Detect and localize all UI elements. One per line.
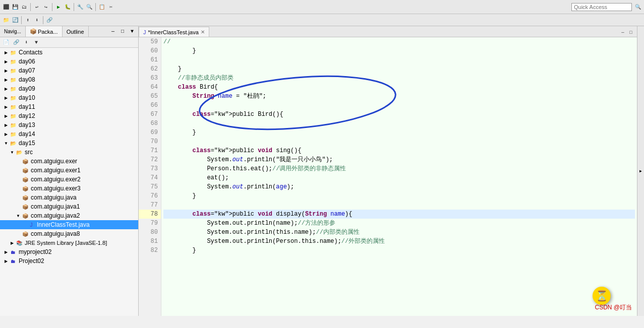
editor-minimize-btn[interactable]: — — [619, 29, 627, 37]
tab-close-btn[interactable]: ✕ — [201, 29, 205, 35]
code-line-77[interactable] — [163, 201, 635, 210]
tree-item-pkg3[interactable]: 📦 com.atguigu.exer2 — [0, 175, 138, 184]
toolbar-icon-6[interactable]: 🔧 — [76, 3, 84, 11]
tree-item-day13[interactable]: ▶ 📁 day13 — [0, 120, 138, 129]
tree-item-day06[interactable]: ▶ 📁 day06 — [0, 57, 138, 66]
toolbar2-icon-link[interactable]: 🔗 — [45, 16, 53, 24]
toolbar-icon-7[interactable]: 🔍 — [85, 3, 93, 11]
line-num-61: 61 — [139, 55, 161, 64]
tab-navigator[interactable]: Navig... — [0, 26, 26, 37]
tree-item-jre[interactable]: ▶ 📚 JRE System Library [JavaSE-1.8] — [0, 238, 138, 247]
quick-access-input[interactable] — [571, 3, 632, 11]
editor-tab-right-controls: — □ — [619, 29, 637, 37]
tree-item-project02[interactable]: ▶ 🖿 Project02 — [0, 256, 138, 266]
toolbar-icon-9[interactable]: ✂ — [107, 3, 115, 11]
toolbar-icon-2[interactable]: 💾 — [11, 3, 19, 11]
tree-arrow-day12: ▶ — [3, 114, 9, 118]
tree-item-contacts[interactable]: ▶ 📁 Contacts — [0, 48, 138, 57]
toolbar2-icon-3[interactable]: ⬆ — [24, 16, 32, 24]
folder-icon-day06: 📁 — [9, 57, 17, 65]
tree-item-pkg7[interactable]: ▼ 📦 com.atguigu.java2 — [0, 211, 138, 220]
code-line-80[interactable]: System.out.println(this.name);//内部类的属性 — [163, 228, 635, 237]
code-line-59[interactable]: // — [163, 37, 635, 46]
tree-item-pkg8[interactable]: 📦 com.atguigu.java8 — [0, 229, 138, 238]
toolbar-sep-2 — [52, 3, 52, 11]
tree-item-pkg2[interactable]: 📦 com.atguigu.exer1 — [0, 166, 138, 175]
minimize-left-btn[interactable]: — — [109, 28, 117, 36]
tree-arrow-day13: ▶ — [3, 123, 9, 127]
view-menu-down-icon[interactable]: ▼ — [32, 38, 40, 46]
tree-item-pkg4[interactable]: 📦 com.atguigu.exer3 — [0, 184, 138, 193]
tab-outline[interactable]: Outline — [63, 26, 89, 37]
link-editor-icon[interactable]: 🔗 — [12, 38, 20, 46]
code-line-78[interactable]: class="kw">public void display(String na… — [163, 210, 635, 219]
code-line-81[interactable]: System.out.println(Person.this.name);//外… — [163, 237, 635, 246]
line-num-81: 81 — [139, 237, 161, 246]
code-line-75[interactable]: System.out.println(age); — [163, 182, 635, 191]
tree-arrow-day06: ▶ — [3, 59, 9, 64]
code-line-71[interactable]: class="kw">public void sing(){ — [163, 146, 635, 155]
tree-item-pkg1[interactable]: 📦 com.atguigu.exer — [0, 157, 138, 166]
code-container: 5960616263646566676869707172737475767778… — [139, 37, 637, 316]
toolbar-icon-4[interactable]: ↩ — [33, 3, 41, 11]
code-line-72[interactable]: System.out.println("我是一只小小鸟"); — [163, 155, 635, 164]
tree-item-day14[interactable]: ▶ 📁 day14 — [0, 129, 138, 139]
toolbar-icon-8[interactable]: 📋 — [98, 3, 106, 11]
code-line-67[interactable]: class="kw">public Bird(){ — [163, 110, 635, 119]
tree-item-innerclasstest[interactable]: J InnerClassTest.java — [0, 220, 138, 229]
code-line-79[interactable]: System.out.println(name);//方法的形参 — [163, 219, 635, 228]
tree-arrow-pkg7: ▼ — [15, 214, 21, 218]
tree-item-pkg5[interactable]: 📦 com.atguigu.java — [0, 193, 138, 202]
code-line-82[interactable]: } — [163, 246, 635, 255]
tree-item-pkg6[interactable]: 📦 com.atguigu.java1 — [0, 202, 138, 211]
code-line-76[interactable]: } — [163, 191, 635, 201]
tree-label-pkg7: com.atguigu.java2 — [31, 212, 80, 219]
tree-item-src[interactable]: ▼ 📂 src — [0, 148, 138, 157]
code-line-68[interactable] — [163, 119, 635, 128]
code-line-65[interactable]: String name = "杜鹃"; — [163, 92, 635, 101]
view-menu-btn[interactable]: ▼ — [128, 28, 136, 36]
collapse-all-icon[interactable]: ⬇ — [22, 38, 30, 46]
tree-item-day07[interactable]: ▶ 📁 day07 — [0, 66, 138, 75]
folder-icon-day10: 📁 — [9, 94, 17, 102]
code-line-63[interactable]: //非静态成员内部类 — [163, 74, 635, 83]
tree-arrow-jre: ▶ — [9, 241, 15, 245]
tree-item-day12[interactable]: ▶ 📁 day12 — [0, 111, 138, 120]
code-line-64[interactable]: class Bird{ — [163, 83, 635, 92]
tree-item-day09[interactable]: ▶ 📁 day09 — [0, 84, 138, 93]
code-line-70[interactable] — [163, 137, 635, 146]
toolbar-icon-debug[interactable]: 🐛 — [64, 3, 72, 11]
line-num-75: 75 — [139, 182, 161, 191]
editor-tab-innerclasstest[interactable]: J *InnerClassTest.java ✕ — [139, 27, 209, 37]
tree-item-day10[interactable]: ▶ 📁 day10 — [0, 93, 138, 102]
editor-maximize-btn[interactable]: □ — [627, 29, 635, 37]
right-collapse-panel[interactable]: ▶ — [637, 26, 644, 316]
toolbar-icon-3[interactable]: 🗂 — [20, 3, 28, 11]
code-line-60[interactable]: } — [163, 46, 635, 55]
code-line-73[interactable]: Person.this.eat();//调用外部类的非静态属性 — [163, 164, 635, 173]
tree-item-day08[interactable]: ▶ 📁 day08 — [0, 75, 138, 84]
tree-label-myproject02: myproject02 — [19, 248, 51, 255]
toolbar-icon-1[interactable]: ⬛ — [2, 3, 10, 11]
new-file-icon[interactable]: 📄 — [2, 38, 10, 46]
toolbar2-icon-4[interactable]: ⬇ — [33, 16, 41, 24]
code-line-62[interactable]: } — [163, 64, 635, 74]
maximize-left-btn[interactable]: □ — [119, 28, 127, 36]
code-line-66[interactable] — [163, 101, 635, 110]
tree-item-day11[interactable]: ▶ 📁 day11 — [0, 102, 138, 111]
project-icon-project02: 🖿 — [9, 257, 17, 265]
toolbar-icon-5[interactable]: ↪ — [42, 3, 50, 11]
folder-icon-contacts: 📁 — [9, 48, 17, 56]
code-line-61[interactable] — [163, 55, 635, 64]
folder-icon-day09: 📁 — [9, 85, 17, 93]
toolbar-icon-run[interactable]: ▶ — [54, 3, 63, 11]
code-line-74[interactable]: eat(); — [163, 173, 635, 182]
tree-item-myproject02[interactable]: ▶ 🖿 myproject02 — [0, 247, 138, 256]
code-line-69[interactable]: } — [163, 128, 635, 137]
tab-package-explorer[interactable]: 📦 Packa... — [26, 26, 63, 37]
toolbar2-icon-1[interactable]: 📁 — [2, 16, 10, 24]
toolbar2-icon-2[interactable]: 🔄 — [11, 16, 19, 24]
code-editor[interactable]: 5960616263646566676869707172737475767778… — [139, 37, 637, 316]
tree-item-day15[interactable]: ▼ 📂 day15 — [0, 139, 138, 148]
tree-label-pkg6: com.atguigu.java1 — [31, 203, 80, 210]
